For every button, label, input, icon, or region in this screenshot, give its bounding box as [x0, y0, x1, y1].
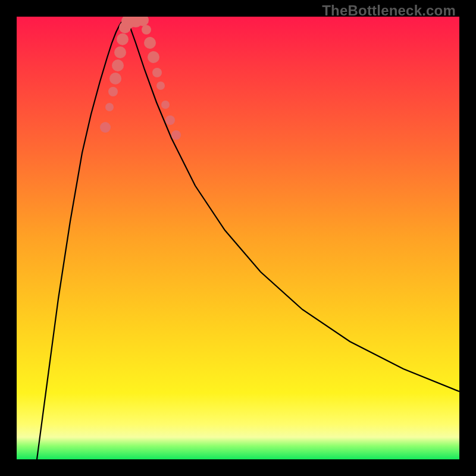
marker-dot — [114, 46, 126, 58]
marker-dot — [161, 101, 170, 109]
curve-right — [125, 18, 459, 392]
marker-dot — [144, 37, 156, 49]
watermark-text: TheBottleneck.com — [322, 2, 456, 19]
chart-svg — [17, 17, 459, 459]
marker-dot — [112, 60, 124, 71]
curves-layer — [37, 18, 459, 459]
chart-frame — [17, 17, 459, 459]
marker-dot — [165, 115, 175, 125]
marker-dot — [117, 33, 129, 45]
marker-dot — [109, 73, 121, 84]
marker-dot — [108, 87, 118, 96]
marker-dot — [148, 51, 159, 63]
marker-dot — [105, 103, 114, 111]
curve-left — [37, 18, 125, 459]
marker-dot — [152, 68, 162, 77]
marker-dot — [156, 82, 165, 90]
marker-dot — [142, 25, 151, 35]
marker-dot — [100, 122, 111, 133]
markers-layer — [100, 17, 181, 140]
marker-dot — [171, 130, 181, 140]
